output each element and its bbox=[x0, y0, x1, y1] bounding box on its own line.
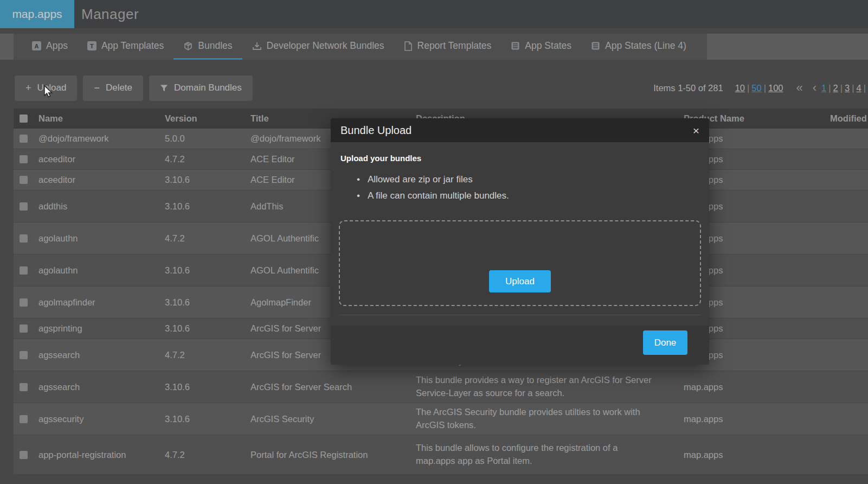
dialog-title: Bundle Upload bbox=[340, 124, 412, 137]
upload-file-button[interactable]: Upload bbox=[489, 270, 551, 292]
dialog-divider bbox=[339, 315, 701, 315]
dialog-footer: Done bbox=[331, 326, 709, 365]
upload-hints: Allowed are zip or jar files A file can … bbox=[357, 171, 701, 204]
file-dropzone[interactable]: Upload bbox=[339, 220, 701, 306]
dialog-body: Upload your bundles Allowed are zip or j… bbox=[331, 142, 709, 326]
done-button[interactable]: Done bbox=[643, 330, 687, 355]
bundle-upload-dialog: Bundle Upload × Upload your bundles Allo… bbox=[331, 118, 709, 365]
manager-screen: map.apps Manager A Apps T App Templates … bbox=[0, 0, 868, 484]
close-icon[interactable]: × bbox=[693, 125, 699, 136]
dialog-header: Bundle Upload × bbox=[331, 118, 709, 142]
upload-heading: Upload your bundles bbox=[340, 154, 699, 163]
hint-item: A file can contain multiple bundles. bbox=[357, 188, 701, 204]
hint-item: Allowed are zip or jar files bbox=[357, 171, 701, 188]
